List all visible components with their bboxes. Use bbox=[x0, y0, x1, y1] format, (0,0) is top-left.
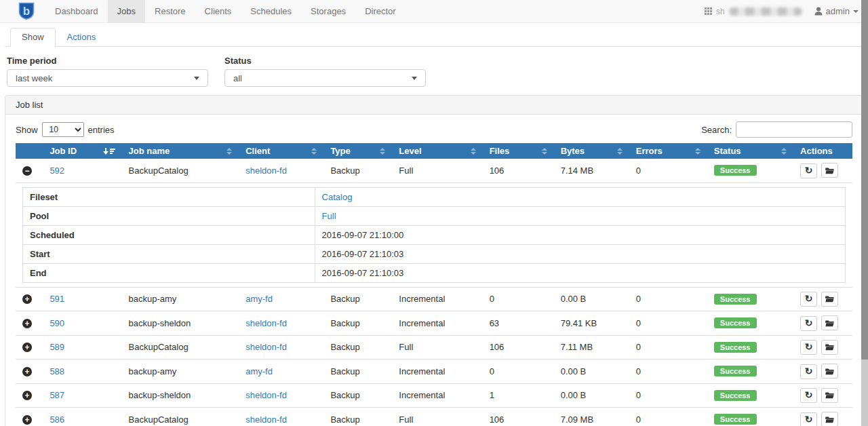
expand-row-icon[interactable]: + bbox=[22, 415, 32, 425]
client-link[interactable]: amy-fd bbox=[245, 366, 273, 376]
col-status[interactable]: Status bbox=[707, 143, 793, 159]
rerun-icon: ↻ bbox=[805, 366, 813, 376]
client-link[interactable]: sheldon-fd bbox=[245, 318, 287, 328]
restore-job-button[interactable] bbox=[821, 388, 838, 403]
restore-job-button[interactable] bbox=[821, 163, 838, 178]
table-row[interactable]: + 591 backup-amy amy-fd Backup Increment… bbox=[16, 287, 852, 311]
fileset-link[interactable]: Catalog bbox=[322, 192, 353, 202]
restore-job-button[interactable] bbox=[821, 412, 838, 426]
expand-row-icon[interactable]: + bbox=[22, 294, 32, 304]
expand-row-icon[interactable]: + bbox=[22, 343, 32, 352]
nav-item-storages[interactable]: Storages bbox=[301, 0, 355, 22]
col-bytes[interactable]: Bytes bbox=[554, 143, 629, 159]
job-type: Backup bbox=[330, 318, 359, 328]
sort-icon bbox=[695, 148, 701, 155]
rerun-icon: ↻ bbox=[805, 342, 813, 351]
folder-icon bbox=[825, 167, 834, 174]
restore-job-button[interactable] bbox=[821, 340, 838, 355]
job-id-link[interactable]: 587 bbox=[50, 390, 64, 400]
job-level: Incremental bbox=[399, 366, 445, 376]
status-badge: Success bbox=[714, 342, 757, 353]
expand-row-icon[interactable]: + bbox=[22, 319, 32, 328]
rerun-job-button[interactable]: ↻ bbox=[800, 388, 817, 403]
client-link[interactable]: sheldon-fd bbox=[245, 390, 287, 400]
job-type: Backup bbox=[330, 166, 359, 176]
table-row[interactable]: − 592 BackupCatalog sheldon-fd Backup Fu… bbox=[16, 159, 852, 182]
job-level: Full bbox=[399, 414, 413, 425]
job-files: 106 bbox=[490, 342, 505, 352]
rerun-job-button[interactable]: ↻ bbox=[800, 163, 817, 178]
nav-item-director[interactable]: Director bbox=[355, 0, 406, 22]
time-period-value: last week bbox=[16, 73, 52, 83]
job-bytes: 0.00 B bbox=[561, 366, 587, 376]
job-id-link[interactable]: 586 bbox=[50, 414, 64, 425]
col-actions: Actions bbox=[793, 143, 852, 159]
nav-item-clients[interactable]: Clients bbox=[195, 0, 241, 22]
tab-show[interactable]: Show bbox=[10, 28, 56, 47]
rerun-job-button[interactable]: ↻ bbox=[800, 316, 817, 331]
status-badge: Success bbox=[714, 390, 757, 401]
job-files: 106 bbox=[490, 414, 505, 425]
table-row[interactable]: + 590 backup-sheldon sheldon-fd Backup I… bbox=[16, 311, 852, 336]
sort-icon bbox=[311, 148, 317, 155]
hostname-prefix: sh bbox=[716, 7, 725, 16]
restore-job-button[interactable] bbox=[821, 315, 838, 330]
rerun-job-button[interactable]: ↻ bbox=[800, 364, 817, 379]
expand-row-icon[interactable]: − bbox=[22, 166, 32, 176]
job-type: Backup bbox=[330, 414, 359, 425]
sort-desc-icon bbox=[103, 148, 115, 155]
status-select[interactable]: all bbox=[224, 69, 426, 87]
rerun-job-button[interactable]: ↻ bbox=[800, 412, 817, 426]
restore-job-button[interactable] bbox=[821, 364, 838, 379]
job-name: backup-sheldon bbox=[129, 390, 191, 400]
user-menu[interactable]: admin bbox=[814, 6, 859, 16]
entries-label: entries bbox=[88, 125, 115, 135]
search-input[interactable] bbox=[736, 121, 852, 138]
client-link[interactable]: sheldon-fd bbox=[245, 166, 287, 176]
job-type: Backup bbox=[330, 342, 359, 352]
scrollbar-thumb[interactable] bbox=[861, 0, 868, 360]
nav-item-dashboard[interactable]: Dashboard bbox=[45, 0, 108, 22]
job-errors: 0 bbox=[636, 318, 641, 328]
job-id-link[interactable]: 592 bbox=[50, 166, 64, 176]
col-files[interactable]: Files bbox=[483, 143, 554, 159]
nav-item-restore[interactable]: Restore bbox=[145, 0, 195, 22]
table-row[interactable]: + 587 backup-sheldon sheldon-fd Backup I… bbox=[16, 383, 852, 408]
tab-actions[interactable]: Actions bbox=[56, 28, 108, 47]
nav-item-schedules[interactable]: Schedules bbox=[241, 0, 301, 22]
col-level[interactable]: Level bbox=[392, 143, 482, 159]
rerun-job-button[interactable]: ↻ bbox=[800, 292, 817, 307]
job-id-link[interactable]: 591 bbox=[50, 294, 64, 304]
client-link[interactable]: sheldon-fd bbox=[245, 414, 287, 425]
time-period-select[interactable]: last week bbox=[7, 69, 208, 87]
pool-link[interactable]: Full bbox=[322, 211, 336, 221]
page-scrollbar[interactable] bbox=[861, 0, 868, 426]
caret-down-icon bbox=[412, 77, 417, 80]
table-row[interactable]: + 589 BackupCatalog sheldon-fd Backup Fu… bbox=[16, 335, 852, 360]
nav-item-jobs[interactable]: Jobs bbox=[108, 0, 145, 22]
job-name: BackupCatalog bbox=[129, 414, 189, 425]
expand-row-icon[interactable]: + bbox=[22, 391, 32, 400]
bareos-logo[interactable]: b bbox=[0, 0, 45, 22]
rerun-job-button[interactable]: ↻ bbox=[800, 340, 817, 355]
job-id-link[interactable]: 590 bbox=[50, 318, 64, 328]
table-row[interactable]: + 588 backup-amy amy-fd Backup Increment… bbox=[16, 360, 852, 384]
job-id-link[interactable]: 588 bbox=[50, 366, 64, 376]
col-type[interactable]: Type bbox=[323, 143, 392, 159]
job-id-link[interactable]: 589 bbox=[50, 342, 64, 352]
job-level: Incremental bbox=[399, 318, 445, 328]
end-value: 2016-09-07 21:10:03 bbox=[322, 268, 404, 278]
table-row[interactable]: + 586 BackupCatalog sheldon-fd Backup Fu… bbox=[16, 408, 852, 426]
col-job-id[interactable]: Job ID bbox=[43, 143, 121, 159]
job-level: Incremental bbox=[399, 294, 445, 304]
job-files: 0 bbox=[490, 366, 494, 376]
restore-job-button[interactable] bbox=[821, 292, 838, 307]
col-job-name[interactable]: Job name bbox=[122, 143, 239, 159]
col-errors[interactable]: Errors bbox=[629, 143, 707, 159]
client-link[interactable]: amy-fd bbox=[245, 294, 273, 304]
jobs-tabs: Show Actions bbox=[5, 28, 863, 47]
page-length-select[interactable]: 10 bbox=[42, 122, 84, 137]
expand-row-icon[interactable]: + bbox=[22, 367, 32, 376]
col-client[interactable]: Client bbox=[239, 143, 323, 159]
client-link[interactable]: sheldon-fd bbox=[245, 342, 287, 352]
